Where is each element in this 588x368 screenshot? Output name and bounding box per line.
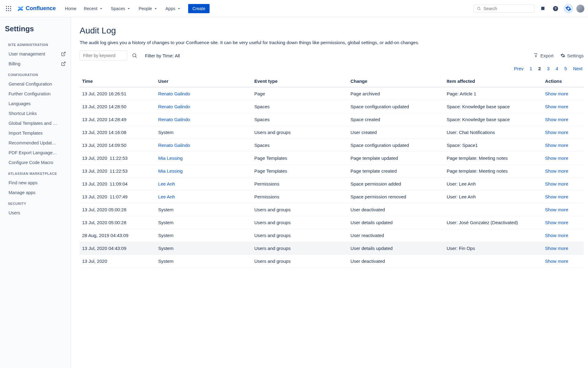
filter-keyword-input[interactable] [80,51,127,60]
cell-actions: Show more [543,178,584,190]
page-description: The audit log gives you a history of cha… [80,40,584,45]
user-text: System [158,233,173,238]
nav-recent[interactable]: Recent [81,4,106,13]
table-row: 13 Jul, 2020 14:09:50Renato GalindoSpace… [80,139,584,152]
external-link-icon [61,52,66,56]
user-link[interactable]: Lee Anh [158,181,175,186]
cell-item: Page: Article 1 [444,87,543,100]
sidebar-item-label: Find new apps [9,180,37,185]
confluence-logo[interactable]: Confluence [15,5,58,12]
help-icon[interactable]: ? [551,4,560,13]
user-link[interactable]: Mia Lessing [158,168,183,174]
cell-user: System [156,229,252,242]
time-filter[interactable]: Filter by Time: All [142,53,180,58]
pager-5[interactable]: 5 [564,66,567,71]
sidebar-item[interactable]: Configure Code Macro [1,158,70,167]
create-button[interactable]: Create [188,4,210,13]
svg-line-10 [480,9,480,10]
cell-item: Page template: Meeting notes [444,152,543,165]
sidebar-item[interactable]: General Configuration [1,79,70,89]
show-more-link[interactable]: Show more [545,194,568,199]
global-search-input[interactable] [484,6,531,11]
sidebar-item[interactable]: Find new apps [1,178,70,188]
nav-spaces[interactable]: Spaces [108,4,135,13]
cell-change: Page template created [348,165,444,178]
export-button[interactable]: Export [533,53,553,58]
sidebar-item[interactable]: Recommended Updates E... [1,138,70,148]
cell-time: 13 Jul, 2020 14:28:49 [80,113,156,126]
user-text: System [158,207,173,212]
filter-search-icon[interactable] [131,53,138,58]
global-search[interactable] [473,5,535,13]
app-switcher-icon[interactable] [4,4,13,13]
notifications-icon[interactable] [538,4,548,13]
column-header: Change [348,75,444,87]
cell-user: Lee Anh [156,178,252,190]
sidebar-item[interactable]: Global Templates and Blue... [1,118,70,128]
sidebar-item[interactable]: Import Templates [1,128,70,138]
show-more-link[interactable]: Show more [545,104,568,109]
show-more-link[interactable]: Show more [545,259,568,264]
sidebar-item[interactable]: User management [1,49,70,59]
cell-event: Permissions [252,190,348,203]
pager-next[interactable]: Next [573,66,582,71]
cell-event: Users and groups [252,216,348,229]
sidebar-item[interactable]: Languages [1,99,70,109]
user-link[interactable]: Lee Anh [158,194,175,199]
cell-time: 13 Jul, 2020 14:09:50 [80,139,156,152]
settings-button[interactable]: Settings [560,53,584,58]
pager-4[interactable]: 4 [556,66,558,71]
product-name: Confluence [26,5,56,12]
settings-gear-icon[interactable] [563,4,573,13]
cell-user: Renato Galindo [156,87,252,100]
sidebar-item[interactable]: Further Configuration [1,89,70,99]
cell-item [444,203,543,216]
pager-3[interactable]: 3 [547,66,549,71]
pager-prev[interactable]: Prev [514,66,524,71]
user-link[interactable]: Renato Galindo [158,117,190,122]
user-link[interactable]: Mia Lessing [158,155,183,161]
cell-time: 13 Jul, 2020 14:16:08 [80,126,156,139]
sidebar-item-label: Manage apps [9,190,36,195]
show-more-link[interactable]: Show more [545,168,568,174]
cell-item [444,255,543,268]
cell-event: Permissions [252,178,348,190]
show-more-link[interactable]: Show more [545,91,568,96]
cell-change: User reactivated [348,229,444,242]
user-link[interactable]: Renato Galindo [158,91,190,96]
show-more-link[interactable]: Show more [545,246,568,251]
top-nav: Confluence HomeRecentSpacesPeopleApps Cr… [0,0,588,17]
cell-actions: Show more [543,203,584,216]
sidebar-item-label: Languages [9,101,31,106]
cell-item: Page template: Meeting notes [444,165,543,178]
show-more-link[interactable]: Show more [545,181,568,186]
show-more-link[interactable]: Show more [545,117,568,122]
sidebar-item[interactable]: PDF Export Language Sup... [1,148,70,158]
nav-apps[interactable]: Apps [162,4,184,13]
show-more-link[interactable]: Show more [545,130,568,135]
cell-actions: Show more [543,242,584,255]
user-avatar[interactable] [576,5,584,13]
svg-text:?: ? [554,6,556,10]
user-link[interactable]: Renato Galindo [158,104,190,109]
nav-home[interactable]: Home [62,4,79,13]
column-header: Actions [543,75,584,87]
sidebar-item[interactable]: Billing [1,59,70,69]
cell-user: Mia Lessing [156,152,252,165]
sidebar-item[interactable]: Shortcut Links [1,109,70,118]
cell-item: User: Lee Anh [444,190,543,203]
sidebar-item[interactable]: Manage apps [1,188,70,197]
user-link[interactable]: Renato Galindo [158,143,190,148]
show-more-link[interactable]: Show more [545,220,568,225]
show-more-link[interactable]: Show more [545,143,568,148]
cell-item: Space: Knowledge base space [444,113,543,126]
show-more-link[interactable]: Show more [545,233,568,238]
nav-people[interactable]: People [135,4,161,13]
pager-1[interactable]: 1 [529,66,532,71]
cell-actions: Show more [543,126,584,139]
sidebar-item[interactable]: Users [1,208,70,218]
show-more-link[interactable]: Show more [545,155,568,161]
cell-actions: Show more [543,113,584,126]
table-row: 13 Jul, 2020 11:22:53Mia LessingPage Tem… [80,152,584,165]
show-more-link[interactable]: Show more [545,207,568,212]
